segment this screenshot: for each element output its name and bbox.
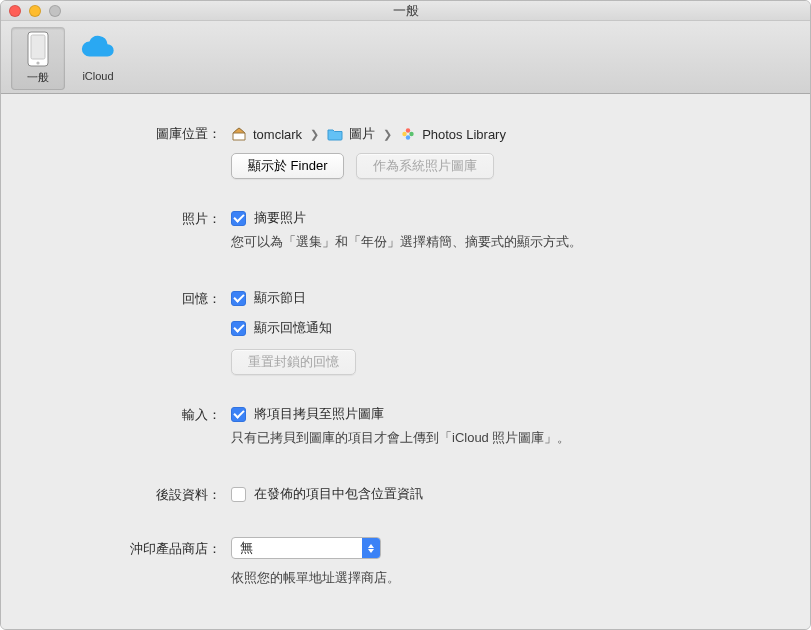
row-label: 輸入： (41, 403, 231, 424)
tab-general[interactable]: 一般 (11, 27, 65, 90)
show-holidays-checkbox[interactable] (231, 291, 246, 306)
show-in-finder-button[interactable]: 顯示於 Finder (231, 153, 344, 179)
checkbox-label: 將項目拷貝至照片圖庫 (254, 405, 384, 423)
titlebar: 一般 (1, 1, 810, 21)
window-controls (9, 5, 61, 17)
general-icon (19, 30, 57, 68)
library-path-breadcrumb: tomclark ❯ 圖片 ❯ P (231, 122, 770, 143)
help-text: 您可以為「選集」和「年份」選擇精簡、摘要式的顯示方式。 (231, 233, 770, 251)
chevron-right-icon: ❯ (308, 128, 321, 141)
breadcrumb-segment: tomclark (253, 127, 302, 142)
svg-point-4 (409, 132, 413, 136)
row-label: 圖庫位置： (41, 122, 231, 143)
photos-app-icon (400, 126, 416, 142)
breadcrumb-segment: 圖片 (349, 125, 375, 143)
checkbox-label: 在發佈的項目中包含位置資訊 (254, 485, 423, 503)
tab-label: iCloud (82, 70, 113, 82)
chevron-right-icon: ❯ (381, 128, 394, 141)
row-label: 後設資料： (41, 483, 231, 504)
row-photos: 照片： 摘要照片 您可以為「選集」和「年份」選擇精簡、摘要式的顯示方式。 (41, 207, 770, 259)
tab-label: 一般 (27, 70, 49, 85)
row-label: 沖印產品商店： (41, 537, 231, 558)
select-value: 無 (232, 539, 362, 557)
svg-point-3 (406, 128, 410, 132)
print-store-select[interactable]: 無 (231, 537, 381, 559)
svg-point-6 (402, 132, 406, 136)
row-metadata: 後設資料： 在發佈的項目中包含位置資訊 (41, 483, 770, 509)
checkbox-label: 摘要照片 (254, 209, 306, 227)
set-system-library-button: 作為系統照片圖庫 (356, 153, 494, 179)
breadcrumb-segment: Photos Library (422, 127, 506, 142)
close-window-button[interactable] (9, 5, 21, 17)
svg-point-2 (36, 62, 39, 65)
help-text: 依照您的帳單地址選擇商店。 (231, 569, 770, 587)
updown-icon (362, 538, 380, 558)
svg-rect-1 (31, 35, 45, 59)
reset-blocked-memories-button: 重置封鎖的回憶 (231, 349, 356, 375)
zoom-window-button[interactable] (49, 5, 61, 17)
minimize-window-button[interactable] (29, 5, 41, 17)
copy-to-library-checkbox[interactable] (231, 407, 246, 422)
checkbox-label: 顯示回憶通知 (254, 319, 332, 337)
summarize-photos-checkbox[interactable] (231, 211, 246, 226)
preferences-window: 一般 一般 iCloud 圖庫位置： (0, 0, 811, 630)
row-library-location: 圖庫位置： tomclark ❯ 圖片 ❯ (41, 122, 770, 179)
home-icon (231, 126, 247, 142)
row-memories: 回憶： 顯示節日 顯示回憶通知 重置封鎖的回憶 (41, 287, 770, 375)
include-location-checkbox[interactable] (231, 487, 246, 502)
row-print-store: 沖印產品商店： 無 依照您的帳單地址選擇商店。 (41, 537, 770, 595)
row-label: 回憶： (41, 287, 231, 308)
row-importing: 輸入： 將項目拷貝至照片圖庫 只有已拷貝到圖庫的項目才會上傳到「iCloud 照… (41, 403, 770, 455)
help-text: 只有已拷貝到圖庫的項目才會上傳到「iCloud 照片圖庫」。 (231, 429, 770, 447)
tab-icloud[interactable]: iCloud (71, 27, 125, 87)
preferences-toolbar: 一般 iCloud (1, 21, 810, 94)
window-title: 一般 (393, 2, 419, 20)
show-memory-notifications-checkbox[interactable] (231, 321, 246, 336)
svg-point-5 (406, 135, 410, 139)
icloud-icon (79, 30, 117, 68)
preferences-content: 圖庫位置： tomclark ❯ 圖片 ❯ (1, 94, 810, 629)
checkbox-label: 顯示節日 (254, 289, 306, 307)
row-label: 照片： (41, 207, 231, 228)
folder-icon (327, 126, 343, 142)
